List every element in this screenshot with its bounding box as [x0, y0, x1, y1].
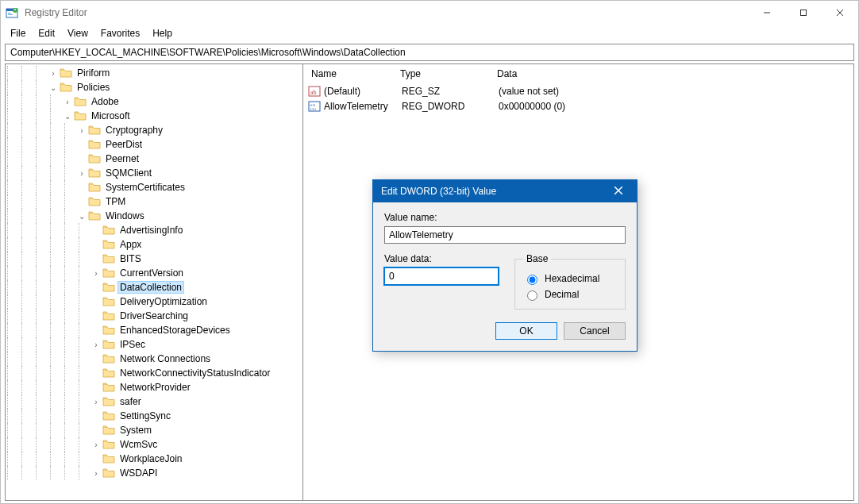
tree-item-networkprovider[interactable]: NetworkProvider: [6, 380, 302, 394]
tree-item-datacollection[interactable]: DataCollection: [6, 280, 302, 294]
svg-rect-3: [8, 14, 13, 15]
tree-item-wsdapi[interactable]: ›WSDAPI: [6, 466, 302, 480]
tree-item-policies[interactable]: ⌄Policies: [6, 80, 302, 94]
tree-item-deliveryoptimization[interactable]: DeliveryOptimization: [6, 294, 302, 309]
dialog-close-button[interactable]: [608, 185, 629, 198]
list-cell-type: REG_SZ: [402, 86, 499, 97]
chevron-right-icon[interactable]: ›: [91, 269, 101, 278]
tree-item-label: WorkplaceJoin: [118, 453, 183, 464]
tree-item-label: DeliveryOptimization: [118, 296, 209, 307]
tree-item-systemcertificates[interactable]: SystemCertificates: [6, 180, 302, 194]
menu-bar: File Edit View Favorites Help: [1, 25, 858, 42]
col-type[interactable]: Type: [392, 65, 489, 83]
tree-item-label: Policies: [75, 82, 111, 93]
tree-item-label: System: [118, 425, 153, 436]
app-icon: [6, 6, 18, 19]
folder-icon: [102, 439, 115, 450]
col-name[interactable]: Name: [303, 65, 392, 83]
address-bar[interactable]: Computer\HKEY_LOCAL_MACHINE\SOFTWARE\Pol…: [5, 44, 854, 61]
tree-item-tpm[interactable]: TPM: [6, 194, 302, 209]
menu-help[interactable]: Help: [146, 26, 179, 40]
tree-item-ipsec[interactable]: ›IPSec: [6, 337, 302, 352]
radio-dec[interactable]: [527, 290, 537, 301]
tree-item-appx[interactable]: Appx: [6, 237, 302, 252]
maximize-button[interactable]: [785, 1, 822, 25]
edit-dword-dialog: Edit DWORD (32-bit) Value Value name: Va…: [372, 179, 638, 352]
menu-edit[interactable]: Edit: [32, 26, 61, 40]
list-cell-name: AllowTelemetry: [324, 101, 402, 112]
tree-item-label: Windows: [104, 210, 146, 221]
tree-item-networkconnections[interactable]: Network Connections: [6, 352, 302, 366]
ok-button[interactable]: OK: [495, 322, 557, 340]
title-bar: Registry Editor: [1, 1, 858, 25]
list-cell-name: (Default): [324, 86, 402, 97]
menu-favorites[interactable]: Favorites: [94, 26, 146, 40]
tree-item-label: Cryptography: [104, 125, 164, 136]
svg-text:110: 110: [310, 107, 317, 111]
tree-item-label: Microsoft: [90, 110, 132, 121]
minimize-button[interactable]: [749, 1, 785, 25]
tree-item-label: PeerDist: [104, 139, 144, 150]
tree-item-system[interactable]: System: [6, 423, 302, 437]
value-name-input[interactable]: [384, 226, 626, 244]
tree-item-enhancedstoragedevices[interactable]: EnhancedStorageDevices: [6, 323, 302, 337]
cancel-button[interactable]: Cancel: [564, 322, 626, 340]
menu-view[interactable]: View: [61, 26, 94, 40]
tree-item-microsoft[interactable]: ⌄Microsoft: [6, 109, 302, 123]
folder-icon: [102, 367, 115, 379]
tree-item-networkconnectivitystatusindicator[interactable]: NetworkConnectivityStatusIndicator: [6, 366, 302, 380]
folder-icon: [88, 125, 101, 136]
tree-item-currentversion[interactable]: ›CurrentVersion: [6, 266, 302, 280]
tree-item-windows[interactable]: ⌄Windows: [6, 209, 302, 223]
radio-hex[interactable]: [527, 275, 537, 285]
base-group: Base Hexadecimal Decimal: [514, 253, 626, 310]
close-button[interactable]: [822, 1, 858, 25]
chevron-down-icon[interactable]: ⌄: [48, 83, 58, 92]
folder-icon: [102, 239, 115, 250]
base-legend: Base: [523, 253, 551, 264]
tree-item-label: AdvertisingInfo: [118, 225, 184, 236]
tree-item-label: Peernet: [104, 153, 141, 164]
tree-item-settingsync[interactable]: SettingSync: [6, 409, 302, 423]
tree-item-cryptography[interactable]: ›Cryptography: [6, 123, 302, 137]
list-row[interactable]: ab(Default)REG_SZ(value not set): [303, 83, 853, 98]
chevron-down-icon[interactable]: ⌄: [63, 112, 72, 121]
list-cell-data: 0x00000000 (0): [499, 101, 853, 112]
value-data-input[interactable]: [384, 267, 499, 285]
string-value-icon: ab: [308, 85, 321, 98]
chevron-right-icon[interactable]: ›: [77, 126, 87, 135]
folder-icon: [102, 282, 115, 293]
svg-rect-8: [801, 10, 807, 16]
tree-item-sqmclient[interactable]: ›SQMClient: [6, 166, 302, 180]
chevron-right-icon[interactable]: ›: [91, 340, 101, 349]
tree-item-workplacejoin[interactable]: WorkplaceJoin: [6, 452, 302, 466]
tree-pane[interactable]: ›Piriform⌄Policies›Adobe⌄Microsoft›Crypt…: [5, 63, 303, 501]
svg-rect-2: [8, 13, 11, 13]
menu-file[interactable]: File: [4, 26, 32, 40]
tree-item-bits[interactable]: BITS: [6, 252, 302, 266]
chevron-right-icon[interactable]: ›: [77, 169, 87, 178]
list-header: Name Type Data: [303, 64, 853, 83]
chevron-right-icon[interactable]: ›: [63, 98, 72, 106]
dialog-title-bar[interactable]: Edit DWORD (32-bit) Value: [373, 180, 637, 202]
chevron-right-icon[interactable]: ›: [91, 398, 101, 406]
chevron-right-icon[interactable]: ›: [91, 469, 101, 478]
list-cell-type: REG_DWORD: [402, 101, 499, 112]
folder-icon: [60, 67, 72, 79]
col-data[interactable]: Data: [489, 65, 853, 83]
tree-item-peernet[interactable]: Peernet: [6, 152, 302, 166]
tree-item-peerdist[interactable]: PeerDist: [6, 137, 302, 152]
list-row[interactable]: 011110AllowTelemetryREG_DWORD0x00000000 …: [303, 98, 853, 113]
list-cell-data: (value not set): [499, 86, 853, 97]
chevron-down-icon[interactable]: ⌄: [77, 212, 87, 221]
tree-item-wcmsvc[interactable]: ›WcmSvc: [6, 437, 302, 452]
folder-icon: [102, 310, 115, 321]
chevron-right-icon[interactable]: ›: [48, 69, 58, 78]
tree-item-safer[interactable]: ›safer: [6, 394, 302, 409]
tree-item-piriform[interactable]: ›Piriform: [6, 66, 302, 80]
tree-item-driversearching[interactable]: DriverSearching: [6, 309, 302, 323]
tree-item-advertisinginfo[interactable]: AdvertisingInfo: [6, 223, 302, 237]
tree-item-adobe[interactable]: ›Adobe: [6, 94, 302, 109]
tree-item-label: safer: [118, 396, 143, 407]
chevron-right-icon[interactable]: ›: [91, 441, 101, 449]
